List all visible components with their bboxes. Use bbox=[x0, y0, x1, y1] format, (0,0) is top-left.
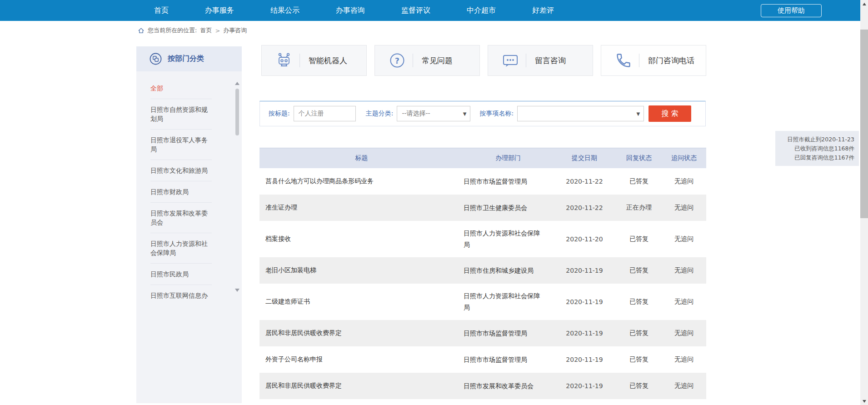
cell-date: 2020-11-19 bbox=[553, 267, 616, 274]
sidebar-item-human-resources[interactable]: 日照市人力资源和社会保障局 bbox=[150, 233, 212, 264]
nav-item-home[interactable]: 首页 bbox=[154, 6, 169, 15]
page-scrollbar-thumb[interactable] bbox=[860, 30, 868, 218]
breadcrumb-prefix: 您当前所在的位置: bbox=[148, 26, 197, 35]
sidebar-item-development-reform[interactable]: 日照市发展和改革委员会 bbox=[150, 203, 212, 233]
cell-date: 2020-11-19 bbox=[553, 382, 616, 390]
cell-follow-status: 无追问 bbox=[662, 355, 706, 364]
sidebar-item-all[interactable]: 全部 bbox=[150, 78, 212, 99]
table-header: 标题 办理部门 提交日期 回复状态 追问状态 bbox=[259, 148, 706, 168]
cell-department: 日照市人力资源和社会保障局 bbox=[464, 290, 553, 313]
table-row[interactable]: 准生证办理 日照市卫生健康委员会 2020-11-22 正在办理 无追问 bbox=[259, 195, 706, 221]
top-navbar: 首页 办事服务 结果公示 办事咨询 监督评议 中介超市 好差评 使用帮助 bbox=[0, 0, 860, 21]
cell-department: 日照市市场监督管理局 bbox=[464, 176, 553, 187]
nav-item-results[interactable]: 结果公示 bbox=[270, 6, 299, 15]
cell-date: 2020-11-19 bbox=[553, 330, 616, 337]
cell-title[interactable]: 莒县什么地方可以办理商品条形码业务 bbox=[259, 177, 464, 185]
search-button[interactable]: 搜 索 bbox=[649, 105, 691, 122]
phone-icon bbox=[614, 52, 633, 69]
nav-menu: 首页 办事服务 结果公示 办事咨询 监督评议 中介超市 好差评 bbox=[154, 0, 860, 21]
nav-item-services[interactable]: 办事服务 bbox=[205, 6, 234, 15]
sidebar-item-internet-info[interactable]: 日照市互联网信息办 bbox=[150, 285, 212, 306]
consultation-table: 标题 办理部门 提交日期 回复状态 追问状态 莒县什么地方可以办理商品条形码业务… bbox=[259, 148, 706, 399]
sidebar-scrollbar-thumb[interactable] bbox=[235, 89, 239, 135]
cell-reply-status: 已答复 bbox=[616, 266, 662, 275]
divider bbox=[526, 54, 526, 67]
sidebar-header: 按部门分类 bbox=[136, 46, 242, 71]
leave-message-button[interactable]: 留言咨询 bbox=[488, 45, 593, 76]
home-icon bbox=[138, 27, 145, 34]
faq-button[interactable]: ? 常见问题 bbox=[374, 45, 480, 76]
cell-reply-status: 已答复 bbox=[616, 298, 662, 306]
cell-follow-status: 无追问 bbox=[662, 329, 706, 337]
sidebar-item-finance[interactable]: 日照市财政局 bbox=[150, 181, 212, 203]
cell-reply-status: 已答复 bbox=[616, 235, 662, 243]
cell-department: 日照市市场监督管理局 bbox=[464, 354, 553, 365]
table-row[interactable]: 外资子公司名称申报 日照市市场监督管理局 2020-11-19 已答复 无追问 bbox=[259, 346, 706, 373]
search-bar: 按标题: 主题分类: --请选择-- ▼ 按事项名称: ▼ 搜 索 bbox=[259, 101, 706, 126]
sidebar-scrollbar[interactable] bbox=[235, 82, 239, 292]
sidebar-item-culture-tourism[interactable]: 日照市文化和旅游局 bbox=[150, 160, 212, 181]
title-search-input[interactable] bbox=[294, 106, 356, 121]
nav-item-rating[interactable]: 好差评 bbox=[532, 6, 554, 15]
department-phone-button[interactable]: 部门咨询电话 bbox=[601, 45, 706, 76]
title-filter-label: 按标题: bbox=[269, 110, 290, 118]
cell-date: 2020-11-22 bbox=[553, 204, 616, 211]
cell-title[interactable]: 居民和非居民供暖收费界定 bbox=[259, 329, 464, 337]
department-sidebar: 按部门分类 全部 日照市自然资源和规划局 日照市退役军人事务局 日照市文化和旅游… bbox=[136, 46, 242, 403]
department-list: 全部 日照市自然资源和规划局 日照市退役军人事务局 日照市文化和旅游局 日照市财… bbox=[136, 71, 242, 306]
cell-date: 2020-11-22 bbox=[553, 178, 616, 185]
cell-title[interactable]: 准生证办理 bbox=[259, 204, 464, 212]
cell-date: 2020-11-19 bbox=[553, 298, 616, 305]
cell-follow-status: 无追问 bbox=[662, 235, 706, 243]
sidebar-item-natural-resources[interactable]: 日照市自然资源和规划局 bbox=[150, 99, 212, 130]
cell-reply-status: 已答复 bbox=[616, 355, 662, 364]
item-select[interactable]: ▼ bbox=[517, 106, 644, 121]
cell-follow-status: 无追问 bbox=[662, 177, 706, 185]
chevron-down-icon: ▼ bbox=[463, 111, 467, 116]
cell-department: 日照市发展和改革委员会 bbox=[464, 380, 553, 392]
scroll-up-icon[interactable] bbox=[235, 82, 239, 85]
cell-title[interactable]: 二级建造师证书 bbox=[259, 298, 464, 306]
cell-department: 日照市卫生健康委员会 bbox=[464, 202, 553, 214]
sidebar-item-civil-affairs[interactable]: 日照市民政局 bbox=[150, 264, 212, 285]
divider bbox=[639, 54, 639, 67]
table-row[interactable]: 莒县什么地方可以办理商品条形码业务 日照市市场监督管理局 2020-11-22 … bbox=[259, 168, 706, 195]
cell-title[interactable]: 外资子公司名称申报 bbox=[259, 355, 464, 364]
nav-item-supervision[interactable]: 监督评议 bbox=[401, 6, 430, 15]
table-row[interactable]: 档案接收 日照市人力资源和社会保障局 2020-11-20 已答复 无追问 bbox=[259, 221, 706, 257]
table-row[interactable]: 居民和非居民供暖收费界定 日照市市场监督管理局 2020-11-19 已答复 无… bbox=[259, 320, 706, 346]
svg-text:?: ? bbox=[395, 56, 399, 65]
topic-select[interactable]: --请选择-- ▼ bbox=[397, 106, 470, 121]
cell-title[interactable]: 档案接收 bbox=[259, 235, 464, 243]
cell-follow-status: 无追问 bbox=[662, 382, 706, 390]
breadcrumb-home-link[interactable]: 首页 bbox=[200, 26, 212, 35]
sidebar-title: 按部门分类 bbox=[168, 54, 204, 64]
cell-department: 日照市人力资源和社会保障局 bbox=[464, 228, 553, 250]
quick-actions: 智能机器人 ? 常见问题 留言咨询 部门咨询电话 bbox=[261, 45, 706, 76]
col-header-reply-status: 回复状态 bbox=[616, 154, 662, 162]
sidebar-item-veterans[interactable]: 日照市退役军人事务局 bbox=[150, 130, 212, 160]
department-phone-label: 部门咨询电话 bbox=[648, 55, 694, 66]
cell-reply-status: 已答复 bbox=[616, 382, 662, 390]
table-row[interactable]: 二级建造师证书 日照市人力资源和社会保障局 2020-11-19 已答复 无追问 bbox=[259, 284, 706, 320]
page-scrollbar[interactable] bbox=[860, 0, 868, 405]
breadcrumb-separator: > bbox=[215, 27, 220, 34]
help-button[interactable]: 使用帮助 bbox=[761, 4, 822, 17]
cell-date: 2020-11-19 bbox=[553, 356, 616, 363]
stats-line-2: 已收到咨询信息1168件 bbox=[780, 144, 854, 153]
col-header-date: 提交日期 bbox=[553, 154, 616, 162]
nav-item-consult[interactable]: 办事咨询 bbox=[336, 6, 365, 15]
cell-department: 日照市住房和城乡建设局 bbox=[464, 265, 553, 276]
cell-title[interactable]: 老旧小区加装电梯 bbox=[259, 266, 464, 275]
cell-date: 2020-11-20 bbox=[553, 235, 616, 243]
table-row[interactable]: 居民和非居民供暖收费界定 日照市发展和改革委员会 2020-11-19 已答复 … bbox=[259, 373, 706, 399]
scroll-up-icon[interactable] bbox=[860, 0, 868, 8]
scroll-down-icon[interactable] bbox=[235, 289, 239, 292]
nav-item-intermediary[interactable]: 中介超市 bbox=[467, 6, 496, 15]
table-row[interactable]: 老旧小区加装电梯 日照市住房和城乡建设局 2020-11-19 已答复 无追问 bbox=[259, 257, 706, 284]
faq-label: 常见问题 bbox=[422, 55, 453, 66]
scroll-down-icon[interactable] bbox=[860, 397, 868, 405]
cell-follow-status: 无追问 bbox=[662, 298, 706, 306]
smart-robot-button[interactable]: 智能机器人 bbox=[261, 45, 367, 76]
cell-title[interactable]: 居民和非居民供暖收费界定 bbox=[259, 382, 464, 390]
